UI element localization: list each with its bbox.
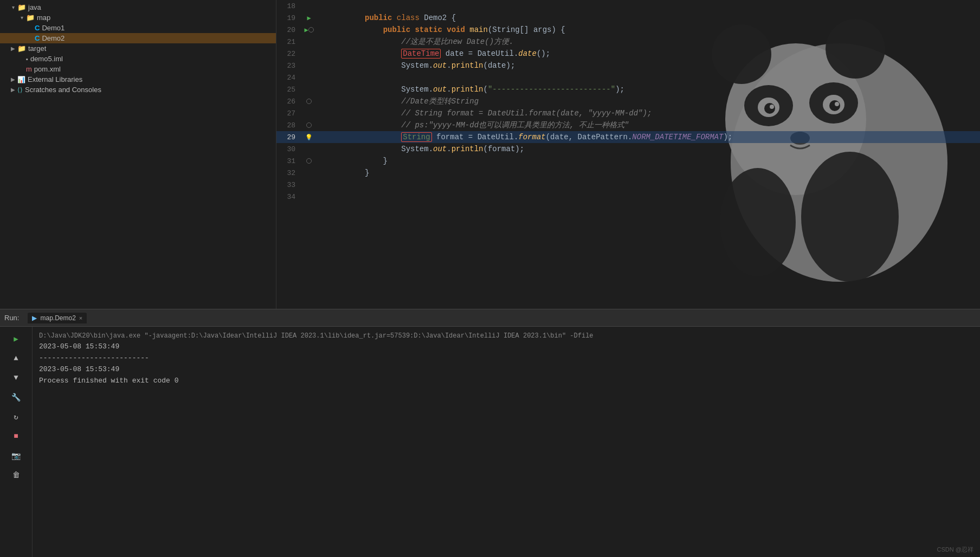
main-area: ▾ 📁 java ▾ 📁 map ▶ C Demo1 ▶ C Demo2 ▶ 📁… <box>0 0 980 309</box>
line-num-23: 23 <box>276 62 301 70</box>
line-num-20: 20 <box>276 26 301 34</box>
line-num-30: 30 <box>276 145 301 153</box>
arrow-java: ▾ <box>9 4 17 10</box>
output-line-2: 2023-05-08 15:53:49 <box>39 341 973 353</box>
output-line-5: 2023-05-08 15:53:49 <box>39 364 973 375</box>
sidebar-item-target[interactable]: ▶ 📁 target <box>0 43 276 54</box>
file-icon-demo5: ▪ <box>26 56 28 62</box>
sidebar-item-demo1[interactable]: ▶ C Demo1 <box>0 23 276 33</box>
line-num-27: 27 <box>276 109 301 118</box>
bottom-panel: Run: ▶ map.Demo2 × ▶ ▲ ▼ 🔧 ↻ ■ 📷 🗑 D:\Ja… <box>0 309 980 557</box>
editor-area: 18 19 ▶ public class Demo2 { 20 ▶ <box>276 0 980 309</box>
sidebar-item-demo5iml[interactable]: ▶ ▪ demo5.iml <box>0 54 276 64</box>
gutter-29: 💡 <box>301 134 317 141</box>
class-icon-demo2: C <box>35 34 40 42</box>
line-num-21: 21 <box>276 38 301 46</box>
run-label: Run: <box>4 314 23 322</box>
run-play-btn[interactable]: ▶ <box>9 331 24 346</box>
run-stop-btn[interactable]: ■ <box>9 429 24 444</box>
line-num-24: 24 <box>276 74 301 82</box>
run-tab-close[interactable]: × <box>79 315 82 321</box>
run-sidebar: ▶ ▲ ▼ 🔧 ↻ ■ 📷 🗑 <box>0 327 33 557</box>
line-num-32: 32 <box>276 169 301 177</box>
scratches-icon: ⟨⟩ <box>17 86 23 94</box>
arrow-target: ▶ <box>9 46 17 51</box>
sidebar-item-label-scratches: Scratches and Consoles <box>25 86 101 94</box>
sidebar-item-extlibs[interactable]: ▶ 📊 External Libraries <box>0 74 276 85</box>
run-down-btn[interactable]: ▼ <box>9 370 24 385</box>
sidebar-item-label-map: map <box>37 14 50 22</box>
run-tab-label: map.Demo2 <box>40 314 75 322</box>
run-up-btn[interactable]: ▲ <box>9 351 24 366</box>
sidebar: ▾ 📁 java ▾ 📁 map ▶ C Demo1 ▶ C Demo2 ▶ 📁… <box>0 0 276 309</box>
sidebar-item-pomxml[interactable]: ▶ m pom.xml <box>0 64 276 74</box>
run-tabs: Run: ▶ map.Demo2 × <box>0 309 980 327</box>
run-camera-btn[interactable]: 📷 <box>9 448 24 463</box>
code-line-32: 32 } <box>276 167 980 179</box>
line-num-33: 33 <box>276 181 301 189</box>
bulb-icon-29: 💡 <box>305 134 313 141</box>
sidebar-item-demo2[interactable]: ▶ C Demo2 <box>0 33 276 43</box>
run-icon-19: ▶ <box>307 14 311 22</box>
folder-icon-map: 📁 <box>26 14 35 22</box>
line-num-31: 31 <box>276 157 301 165</box>
code-line-33: 33 <box>276 179 980 191</box>
run-tab-demo2[interactable]: ▶ map.Demo2 × <box>28 313 87 323</box>
line-num-25: 25 <box>276 86 301 94</box>
gutter-28 <box>301 122 317 128</box>
bp-icon-26 <box>306 99 312 104</box>
run-tab-icon: ▶ <box>32 314 37 322</box>
line-num-18: 18 <box>276 2 301 10</box>
gutter-31 <box>301 158 317 164</box>
bp-icon-20 <box>308 27 314 33</box>
line-num-28: 28 <box>276 121 301 129</box>
line-num-34: 34 <box>276 193 301 201</box>
sidebar-item-label-demo1: Demo1 <box>42 24 65 32</box>
sidebar-item-map[interactable]: ▾ 📁 map <box>0 12 276 23</box>
sidebar-item-java[interactable]: ▾ 📁 java <box>0 2 276 12</box>
bp-icon-31 <box>306 158 312 164</box>
run-trash-btn[interactable]: 🗑 <box>9 468 24 483</box>
line-num-29: 29 <box>276 133 301 141</box>
arrow-scratches: ▶ <box>9 87 17 93</box>
sidebar-item-label-pom: pom.xml <box>34 65 61 73</box>
run-content: ▶ ▲ ▼ 🔧 ↻ ■ 📷 🗑 D:\Java\JDK20\bin\java.e… <box>0 327 980 557</box>
run-icon-20: ▶ <box>304 26 308 34</box>
gutter-26 <box>301 99 317 104</box>
code-line-23: 23 System.out.println(date); <box>276 60 980 72</box>
arrow-extlibs: ▶ <box>9 76 17 82</box>
bp-icon-28 <box>306 122 312 128</box>
class-icon-demo1: C <box>35 24 40 32</box>
output-line-7: Process finished with exit code 0 <box>39 375 973 387</box>
code-container[interactable]: 18 19 ▶ public class Demo2 { 20 ▶ <box>276 0 980 309</box>
line-num-26: 26 <box>276 98 301 106</box>
code-line-34: 34 <box>276 191 980 203</box>
arrow-map: ▾ <box>17 15 26 21</box>
output-line-3: -------------------------- <box>39 353 973 364</box>
sidebar-item-scratches[interactable]: ▶ ⟨⟩ Scratches and Consoles <box>0 85 276 95</box>
sidebar-item-label-demo2: Demo2 <box>42 34 65 42</box>
bottom-credit: CSDN @忍祥 <box>937 546 973 554</box>
sidebar-item-label-demo5: demo5.iml <box>30 55 63 63</box>
sidebar-item-label-target: target <box>28 44 46 53</box>
run-rerun-btn[interactable]: ↻ <box>9 409 24 424</box>
sidebar-item-label-extlibs: External Libraries <box>28 75 82 83</box>
sidebar-item-label-java: java <box>28 3 41 11</box>
folder-icon-target: 📁 <box>17 44 26 53</box>
line-num-19: 19 <box>276 14 301 22</box>
gutter-20: ▶ <box>301 26 317 34</box>
folder-icon-java: 📁 <box>17 3 26 11</box>
output-line-1: D:\Java\JDK20\bin\java.exe "-javaagent:D… <box>39 331 973 341</box>
libs-icon-extlibs: 📊 <box>17 76 25 83</box>
run-tool-btn[interactable]: 🔧 <box>9 390 24 405</box>
run-output[interactable]: D:\Java\JDK20\bin\java.exe "-javaagent:D… <box>33 327 980 557</box>
maven-icon-pom: m <box>26 65 32 73</box>
line-num-22: 22 <box>276 50 301 58</box>
gutter-19: ▶ <box>301 14 317 22</box>
